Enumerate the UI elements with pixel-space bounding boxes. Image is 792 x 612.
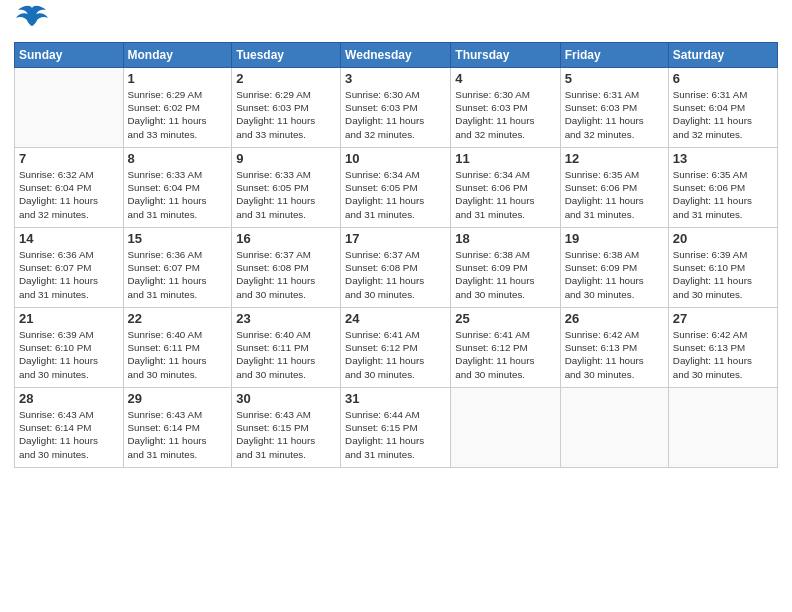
calendar-cell: 18Sunrise: 6:38 AM Sunset: 6:09 PM Dayli… <box>451 228 560 308</box>
calendar-cell: 23Sunrise: 6:40 AM Sunset: 6:11 PM Dayli… <box>232 308 341 388</box>
calendar-cell: 29Sunrise: 6:43 AM Sunset: 6:14 PM Dayli… <box>123 388 232 468</box>
day-info: Sunrise: 6:44 AM Sunset: 6:15 PM Dayligh… <box>345 408 446 461</box>
day-info: Sunrise: 6:41 AM Sunset: 6:12 PM Dayligh… <box>455 328 555 381</box>
calendar-week-row: 14Sunrise: 6:36 AM Sunset: 6:07 PM Dayli… <box>15 228 778 308</box>
calendar-cell: 7Sunrise: 6:32 AM Sunset: 6:04 PM Daylig… <box>15 148 124 228</box>
weekday-header-saturday: Saturday <box>668 43 777 68</box>
calendar-cell: 12Sunrise: 6:35 AM Sunset: 6:06 PM Dayli… <box>560 148 668 228</box>
day-number: 31 <box>345 391 446 406</box>
day-number: 5 <box>565 71 664 86</box>
calendar-cell: 25Sunrise: 6:41 AM Sunset: 6:12 PM Dayli… <box>451 308 560 388</box>
calendar-cell: 13Sunrise: 6:35 AM Sunset: 6:06 PM Dayli… <box>668 148 777 228</box>
day-number: 7 <box>19 151 119 166</box>
day-info: Sunrise: 6:35 AM Sunset: 6:06 PM Dayligh… <box>565 168 664 221</box>
calendar-week-row: 1Sunrise: 6:29 AM Sunset: 6:02 PM Daylig… <box>15 68 778 148</box>
calendar-week-row: 28Sunrise: 6:43 AM Sunset: 6:14 PM Dayli… <box>15 388 778 468</box>
day-info: Sunrise: 6:33 AM Sunset: 6:04 PM Dayligh… <box>128 168 228 221</box>
calendar-cell: 16Sunrise: 6:37 AM Sunset: 6:08 PM Dayli… <box>232 228 341 308</box>
day-number: 28 <box>19 391 119 406</box>
calendar-cell: 11Sunrise: 6:34 AM Sunset: 6:06 PM Dayli… <box>451 148 560 228</box>
day-info: Sunrise: 6:30 AM Sunset: 6:03 PM Dayligh… <box>455 88 555 141</box>
day-number: 16 <box>236 231 336 246</box>
day-info: Sunrise: 6:36 AM Sunset: 6:07 PM Dayligh… <box>128 248 228 301</box>
day-number: 2 <box>236 71 336 86</box>
day-number: 26 <box>565 311 664 326</box>
calendar-header-row: SundayMondayTuesdayWednesdayThursdayFrid… <box>15 43 778 68</box>
calendar-table: SundayMondayTuesdayWednesdayThursdayFrid… <box>14 42 778 468</box>
day-info: Sunrise: 6:34 AM Sunset: 6:06 PM Dayligh… <box>455 168 555 221</box>
day-number: 18 <box>455 231 555 246</box>
day-info: Sunrise: 6:39 AM Sunset: 6:10 PM Dayligh… <box>19 328 119 381</box>
calendar-cell: 10Sunrise: 6:34 AM Sunset: 6:05 PM Dayli… <box>341 148 451 228</box>
day-info: Sunrise: 6:31 AM Sunset: 6:03 PM Dayligh… <box>565 88 664 141</box>
logo-bird-icon <box>16 4 48 36</box>
day-info: Sunrise: 6:31 AM Sunset: 6:04 PM Dayligh… <box>673 88 773 141</box>
calendar-week-row: 7Sunrise: 6:32 AM Sunset: 6:04 PM Daylig… <box>15 148 778 228</box>
calendar-cell: 24Sunrise: 6:41 AM Sunset: 6:12 PM Dayli… <box>341 308 451 388</box>
day-number: 1 <box>128 71 228 86</box>
calendar-cell: 8Sunrise: 6:33 AM Sunset: 6:04 PM Daylig… <box>123 148 232 228</box>
calendar-cell: 2Sunrise: 6:29 AM Sunset: 6:03 PM Daylig… <box>232 68 341 148</box>
page-container: SundayMondayTuesdayWednesdayThursdayFrid… <box>0 0 792 612</box>
calendar-cell: 14Sunrise: 6:36 AM Sunset: 6:07 PM Dayli… <box>15 228 124 308</box>
day-info: Sunrise: 6:35 AM Sunset: 6:06 PM Dayligh… <box>673 168 773 221</box>
calendar-cell: 3Sunrise: 6:30 AM Sunset: 6:03 PM Daylig… <box>341 68 451 148</box>
day-number: 9 <box>236 151 336 166</box>
day-number: 14 <box>19 231 119 246</box>
day-info: Sunrise: 6:37 AM Sunset: 6:08 PM Dayligh… <box>236 248 336 301</box>
calendar-cell: 21Sunrise: 6:39 AM Sunset: 6:10 PM Dayli… <box>15 308 124 388</box>
day-number: 11 <box>455 151 555 166</box>
day-info: Sunrise: 6:38 AM Sunset: 6:09 PM Dayligh… <box>565 248 664 301</box>
day-number: 29 <box>128 391 228 406</box>
day-info: Sunrise: 6:40 AM Sunset: 6:11 PM Dayligh… <box>236 328 336 381</box>
day-info: Sunrise: 6:39 AM Sunset: 6:10 PM Dayligh… <box>673 248 773 301</box>
calendar-cell: 6Sunrise: 6:31 AM Sunset: 6:04 PM Daylig… <box>668 68 777 148</box>
day-number: 23 <box>236 311 336 326</box>
weekday-header-sunday: Sunday <box>15 43 124 68</box>
day-number: 21 <box>19 311 119 326</box>
calendar-cell: 17Sunrise: 6:37 AM Sunset: 6:08 PM Dayli… <box>341 228 451 308</box>
weekday-header-tuesday: Tuesday <box>232 43 341 68</box>
day-info: Sunrise: 6:34 AM Sunset: 6:05 PM Dayligh… <box>345 168 446 221</box>
day-info: Sunrise: 6:43 AM Sunset: 6:14 PM Dayligh… <box>19 408 119 461</box>
calendar-cell: 4Sunrise: 6:30 AM Sunset: 6:03 PM Daylig… <box>451 68 560 148</box>
day-number: 24 <box>345 311 446 326</box>
calendar-cell: 19Sunrise: 6:38 AM Sunset: 6:09 PM Dayli… <box>560 228 668 308</box>
calendar-cell: 31Sunrise: 6:44 AM Sunset: 6:15 PM Dayli… <box>341 388 451 468</box>
day-number: 13 <box>673 151 773 166</box>
day-number: 30 <box>236 391 336 406</box>
day-number: 10 <box>345 151 446 166</box>
calendar-cell: 26Sunrise: 6:42 AM Sunset: 6:13 PM Dayli… <box>560 308 668 388</box>
day-number: 20 <box>673 231 773 246</box>
day-info: Sunrise: 6:33 AM Sunset: 6:05 PM Dayligh… <box>236 168 336 221</box>
day-info: Sunrise: 6:42 AM Sunset: 6:13 PM Dayligh… <box>565 328 664 381</box>
calendar-week-row: 21Sunrise: 6:39 AM Sunset: 6:10 PM Dayli… <box>15 308 778 388</box>
day-info: Sunrise: 6:41 AM Sunset: 6:12 PM Dayligh… <box>345 328 446 381</box>
day-number: 22 <box>128 311 228 326</box>
day-info: Sunrise: 6:43 AM Sunset: 6:14 PM Dayligh… <box>128 408 228 461</box>
calendar-cell: 15Sunrise: 6:36 AM Sunset: 6:07 PM Dayli… <box>123 228 232 308</box>
weekday-header-monday: Monday <box>123 43 232 68</box>
calendar-cell: 28Sunrise: 6:43 AM Sunset: 6:14 PM Dayli… <box>15 388 124 468</box>
day-number: 27 <box>673 311 773 326</box>
day-info: Sunrise: 6:37 AM Sunset: 6:08 PM Dayligh… <box>345 248 446 301</box>
calendar-cell <box>15 68 124 148</box>
calendar-cell: 27Sunrise: 6:42 AM Sunset: 6:13 PM Dayli… <box>668 308 777 388</box>
day-info: Sunrise: 6:42 AM Sunset: 6:13 PM Dayligh… <box>673 328 773 381</box>
calendar-cell: 20Sunrise: 6:39 AM Sunset: 6:10 PM Dayli… <box>668 228 777 308</box>
day-number: 6 <box>673 71 773 86</box>
day-info: Sunrise: 6:29 AM Sunset: 6:03 PM Dayligh… <box>236 88 336 141</box>
calendar-cell <box>668 388 777 468</box>
day-info: Sunrise: 6:30 AM Sunset: 6:03 PM Dayligh… <box>345 88 446 141</box>
day-info: Sunrise: 6:38 AM Sunset: 6:09 PM Dayligh… <box>455 248 555 301</box>
day-number: 17 <box>345 231 446 246</box>
day-number: 3 <box>345 71 446 86</box>
day-number: 19 <box>565 231 664 246</box>
calendar-cell: 9Sunrise: 6:33 AM Sunset: 6:05 PM Daylig… <box>232 148 341 228</box>
day-info: Sunrise: 6:36 AM Sunset: 6:07 PM Dayligh… <box>19 248 119 301</box>
day-number: 25 <box>455 311 555 326</box>
calendar-cell <box>560 388 668 468</box>
calendar-cell: 1Sunrise: 6:29 AM Sunset: 6:02 PM Daylig… <box>123 68 232 148</box>
day-info: Sunrise: 6:40 AM Sunset: 6:11 PM Dayligh… <box>128 328 228 381</box>
day-number: 15 <box>128 231 228 246</box>
